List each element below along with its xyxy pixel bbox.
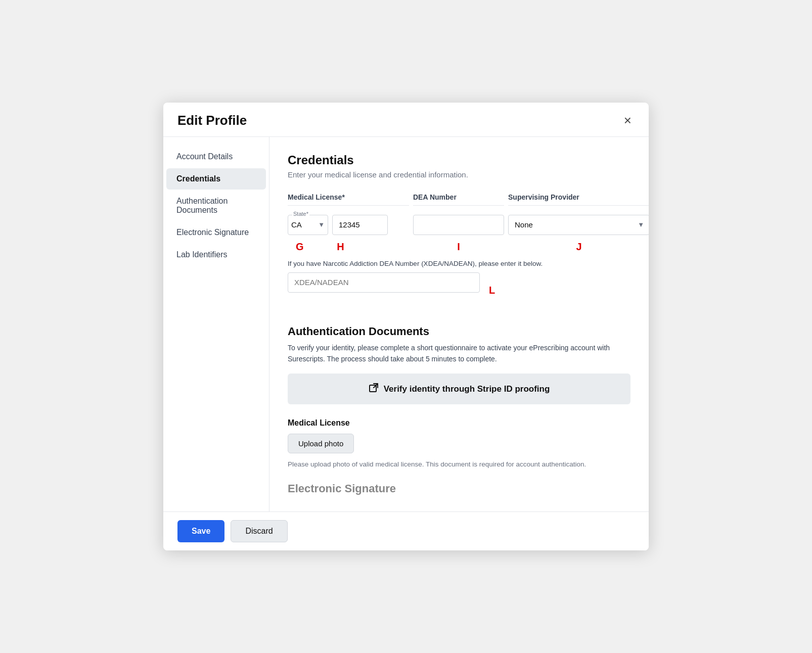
supervising-provider-col: None ▼ xyxy=(508,215,649,235)
credentials-section: Credentials Enter your medical license a… xyxy=(288,153,630,309)
credentials-grid-inputs: State* CA NY TX ▼ xyxy=(288,215,630,235)
modal-footer: Save Discard xyxy=(163,511,649,550)
electronic-sig-title: Electronic Signature xyxy=(288,482,630,495)
nadean-note: If you have Narcotic Addiction DEA Numbe… xyxy=(288,260,630,267)
medical-license-input[interactable] xyxy=(332,215,388,235)
col-header-medical-license: Medical License* xyxy=(288,193,409,206)
sidebar: Account Details Credentials Authenticati… xyxy=(163,137,269,512)
nadean-input-wrap xyxy=(288,272,480,293)
modal-title: Edit Profile xyxy=(177,113,247,128)
edit-profile-modal: Edit Profile × Account Details Credentia… xyxy=(163,103,649,551)
label-l: L xyxy=(489,285,495,296)
medical-license-upload-label: Medical License xyxy=(288,418,630,428)
discard-button[interactable]: Discard xyxy=(231,520,287,542)
state-label: State* xyxy=(292,211,309,217)
authentication-documents-section: Authentication Documents To verify your … xyxy=(288,325,630,469)
credentials-grid-headers: Medical License* DEA Number Supervising … xyxy=(288,193,630,211)
state-select-wrapper: State* CA NY TX ▼ xyxy=(288,215,328,235)
supervising-provider-select[interactable]: None xyxy=(509,215,649,235)
medical-license-col: State* CA NY TX ▼ xyxy=(288,215,409,235)
sidebar-item-credentials[interactable]: Credentials xyxy=(166,168,266,190)
label-j: J xyxy=(508,239,649,253)
sidebar-item-electronic-signature[interactable]: Electronic Signature xyxy=(166,222,266,243)
state-dropdown-arrow-icon: ▼ xyxy=(318,221,325,228)
col-header-supervising-provider: Supervising Provider xyxy=(508,193,649,206)
dea-number-input[interactable] xyxy=(413,215,504,235)
modal-body: Account Details Credentials Authenticati… xyxy=(163,137,649,512)
label-g: G H xyxy=(288,239,409,253)
medical-license-upload-section: Medical License Upload photo Please uplo… xyxy=(288,418,630,468)
main-content: Credentials Enter your medical license a… xyxy=(269,137,649,512)
col-header-dea-number: DEA Number xyxy=(413,193,504,206)
credentials-title: Credentials xyxy=(288,153,630,167)
modal-header: Edit Profile × xyxy=(163,103,649,137)
save-button[interactable]: Save xyxy=(177,520,224,542)
sidebar-item-authentication-documents[interactable]: Authentication Documents xyxy=(166,191,266,221)
sidebar-item-lab-identifiers[interactable]: Lab Identifiers xyxy=(166,244,266,265)
letter-labels-row: G H I J K xyxy=(288,239,630,253)
label-i: I xyxy=(413,239,504,253)
verify-btn-label: Verify identity through Stripe ID proofi… xyxy=(384,384,550,394)
supervising-select-wrapper: None ▼ xyxy=(508,215,649,235)
sidebar-item-account-details[interactable]: Account Details xyxy=(166,146,266,167)
upload-note: Please upload photo of valid medical lic… xyxy=(288,460,630,468)
electronic-signature-section: Electronic Signature xyxy=(288,482,630,495)
nadean-input[interactable] xyxy=(288,272,480,293)
dea-number-col xyxy=(413,215,504,235)
verify-identity-button[interactable]: Verify identity through Stripe ID proofi… xyxy=(288,374,630,404)
upload-photo-button[interactable]: Upload photo xyxy=(288,434,354,453)
state-select[interactable]: CA NY TX xyxy=(291,220,311,229)
auth-docs-title: Authentication Documents xyxy=(288,325,630,338)
credentials-subtitle: Enter your medical license and credentia… xyxy=(288,170,630,179)
close-button[interactable]: × xyxy=(621,113,635,128)
external-link-icon xyxy=(369,383,379,395)
auth-docs-desc: To verify your identity, please complete… xyxy=(288,342,630,365)
